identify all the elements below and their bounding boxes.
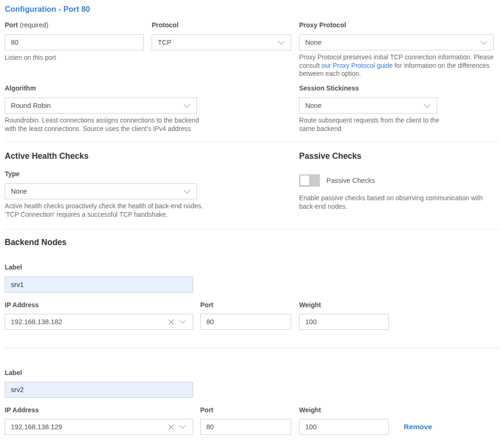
node2-remove-button[interactable]: Remove: [404, 423, 432, 431]
backend-nodes-heading: Backend Nodes: [5, 237, 66, 247]
health-check-type-select[interactable]: None: [5, 183, 197, 199]
proxy-protocol-label: Proxy Protocol: [299, 21, 494, 29]
proxy-protocol-select-value: None: [305, 39, 322, 46]
node2-ip-value: 192.168.138.129: [11, 423, 165, 431]
clear-icon[interactable]: [165, 316, 177, 327]
health-check-helper: Active health checks proactively check t…: [5, 202, 207, 219]
algorithm-select-value: Round Robin: [11, 102, 51, 109]
protocol-select[interactable]: TCP: [152, 34, 291, 50]
node1-ip-value: 192.168.138.182: [11, 318, 165, 326]
node1-ip-label: IP Address: [5, 301, 39, 309]
health-check-type-field-group: Type None Active health checks proactive…: [5, 170, 197, 219]
toggle-knob: [300, 175, 309, 186]
section-divider: [5, 141, 499, 142]
node1-ip-combobox[interactable]: 192.168.138.182: [5, 314, 193, 330]
node2-port-input[interactable]: [200, 419, 291, 435]
node1-label-input[interactable]: [5, 277, 193, 293]
passive-checks-toggle-label: Passive Checks: [326, 177, 375, 184]
session-stickiness-select-value: None: [305, 102, 322, 109]
proxy-protocol-select[interactable]: None: [299, 34, 494, 50]
session-stickiness-label: Session Stickiness: [299, 84, 437, 92]
protocol-select-value: TCP: [158, 39, 171, 46]
port-helper: Listen on this port: [5, 54, 144, 62]
port-input[interactable]: [5, 34, 144, 50]
protocol-label: Protocol: [152, 21, 291, 29]
chevron-down-icon: [277, 39, 285, 46]
node2-ip-combobox[interactable]: 192.168.138.129: [5, 419, 193, 435]
chevron-down-icon: [480, 39, 488, 46]
passive-checks-toggle-row: Passive Checks: [299, 174, 375, 187]
node2-weight-label: Weight: [299, 406, 321, 414]
session-stickiness-select[interactable]: None: [299, 98, 437, 114]
node2-weight-input[interactable]: [299, 419, 389, 435]
chevron-down-icon: [183, 188, 191, 195]
node1-weight-input[interactable]: [299, 314, 389, 330]
chevron-down-icon[interactable]: [177, 421, 188, 433]
proxy-protocol-guide-link[interactable]: our Proxy Protocol guide: [322, 62, 393, 69]
algorithm-label: Algorithm: [5, 84, 197, 92]
node1-weight-label: Weight: [299, 301, 321, 309]
health-check-type-label: Type: [5, 170, 197, 178]
node2-label-input[interactable]: [5, 382, 193, 398]
nodebalancer-config-page: Configuration - Port 80 Port(required) L…: [0, 0, 504, 442]
node2-ip-label: IP Address: [5, 406, 39, 414]
clear-icon[interactable]: [165, 421, 177, 433]
chevron-down-icon: [423, 102, 431, 109]
port-required-note: (required): [20, 21, 49, 29]
page-title: Configuration - Port 80: [5, 5, 90, 14]
node2-label-label: Label: [5, 369, 22, 377]
passive-checks-helper: Enable passive checks based on observing…: [299, 194, 497, 211]
port-label: Port(required): [5, 21, 144, 29]
algorithm-helper: Roundrobin. Least connections assigns co…: [5, 116, 206, 133]
passive-checks-heading: Passive Checks: [299, 151, 361, 161]
proxy-protocol-helper: Proxy Protocol preserves initial TCP con…: [299, 53, 494, 78]
session-stickiness-helper: Route subsequent requests from the clien…: [299, 116, 440, 133]
passive-checks-toggle[interactable]: [299, 174, 320, 187]
algorithm-select[interactable]: Round Robin: [5, 98, 197, 114]
session-stickiness-field-group: Session Stickiness None Route subsequent…: [299, 84, 437, 133]
node1-port-input[interactable]: [200, 314, 291, 330]
node1-label-label: Label: [5, 263, 22, 271]
active-health-checks-heading: Active Health Checks: [5, 151, 89, 161]
node-divider: [5, 348, 499, 348]
port-field-group: Port(required) Listen on this port: [5, 21, 144, 62]
port-label-text: Port: [5, 21, 18, 29]
chevron-down-icon: [183, 102, 191, 109]
protocol-field-group: Protocol TCP: [152, 21, 291, 50]
proxy-protocol-field-group: Proxy Protocol None Proxy Protocol prese…: [299, 21, 494, 78]
node1-port-label: Port: [200, 301, 213, 309]
section-divider: [5, 229, 499, 229]
chevron-down-icon[interactable]: [177, 316, 188, 327]
algorithm-field-group: Algorithm Round Robin Roundrobin. Least …: [5, 84, 197, 133]
node2-port-label: Port: [200, 406, 213, 414]
health-check-type-select-value: None: [11, 188, 27, 195]
